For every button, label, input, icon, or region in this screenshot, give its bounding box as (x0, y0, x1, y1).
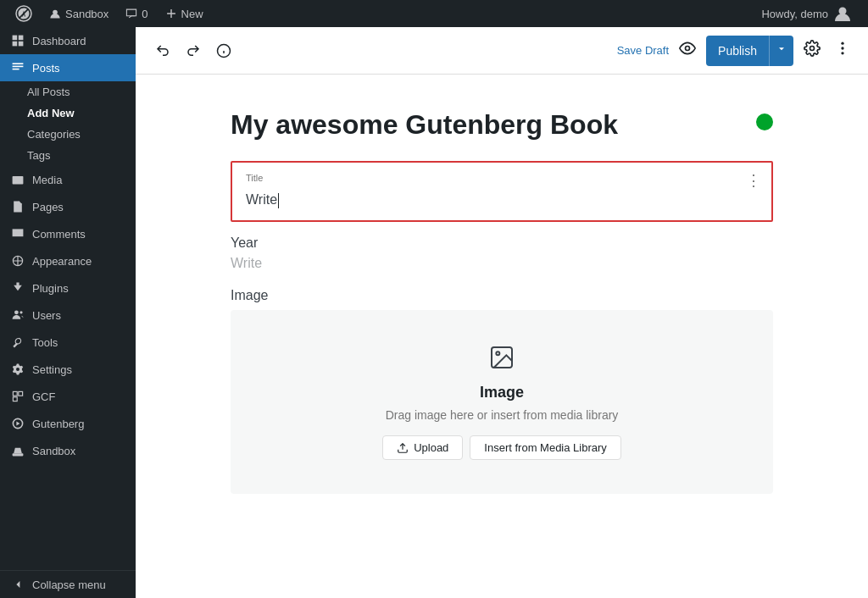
image-icon (248, 344, 756, 377)
svg-point-26 (841, 52, 843, 54)
sidebar-item-settings[interactable]: Settings (0, 356, 136, 383)
svg-rect-9 (13, 69, 19, 70)
image-block: Image Drag image here or insert from med… (231, 310, 773, 494)
year-block: Year Write (231, 235, 773, 271)
year-block-placeholder[interactable]: Write (231, 256, 773, 271)
svg-point-22 (686, 47, 690, 51)
adminbar-site-name[interactable]: Sandbox (41, 0, 117, 27)
info-button[interactable] (210, 37, 237, 64)
adminbar-user[interactable]: Howdy, demo (753, 0, 861, 27)
editor-inner: My awesome Gutenberg Book Title Write ⋮ (231, 108, 773, 511)
adminbar-comments[interactable]: 0 (117, 0, 156, 27)
sidebar-item-add-new[interactable]: Add New (27, 102, 136, 124)
redo-button[interactable] (180, 37, 207, 64)
sidebar-item-sandbox[interactable]: Sandbox (0, 437, 136, 464)
svg-rect-16 (19, 391, 23, 396)
sidebar-item-gutenberg[interactable]: Gutenberg (0, 410, 136, 437)
svg-point-24 (841, 42, 843, 45)
sidebar-item-plugins[interactable]: Plugins (0, 274, 136, 302)
svg-rect-7 (13, 63, 24, 64)
title-block-inner: Title Write (232, 163, 771, 220)
more-options-button[interactable] (831, 36, 854, 64)
sidebar-item-dashboard[interactable]: Dashboard (0, 27, 136, 54)
svg-rect-10 (13, 176, 24, 185)
svg-rect-8 (13, 66, 24, 68)
save-draft-button[interactable]: Save Draft (617, 44, 669, 57)
post-title-area: My awesome Gutenberg Book (231, 108, 773, 141)
editor-content[interactable]: My awesome Gutenberg Book Title Write ⋮ (136, 75, 868, 598)
comments-icon (10, 226, 25, 241)
settings-icon (10, 362, 25, 377)
editor-area: Save Draft Publish (136, 27, 868, 598)
svg-rect-6 (19, 42, 24, 47)
sidebar-item-tags[interactable]: Tags (27, 145, 136, 166)
admin-bar: Sandbox 0 New Howdy, demo (0, 0, 868, 27)
sidebar-item-users[interactable]: Users (0, 302, 136, 329)
sidebar-item-gcf[interactable]: GCF (0, 383, 136, 410)
sidebar-posts-submenu: All Posts Add New Categories Tags (0, 81, 136, 166)
sidebar-item-comments[interactable]: Comments (0, 220, 136, 247)
preview-button[interactable] (676, 36, 699, 64)
svg-point-23 (810, 47, 815, 51)
svg-rect-17 (13, 397, 17, 401)
title-block[interactable]: Title Write ⋮ (231, 161, 773, 222)
title-block-label: Title (246, 173, 758, 183)
svg-rect-15 (13, 391, 17, 396)
post-title: My awesome Gutenberg Book (231, 108, 749, 141)
adminbar-wp-logo[interactable] (7, 0, 41, 27)
upload-button[interactable]: Upload (382, 435, 463, 460)
sidebar-item-media[interactable]: Media (0, 166, 136, 193)
sidebar-item-posts[interactable]: Posts (0, 54, 136, 81)
editor-toolbar: Save Draft Publish (136, 27, 868, 75)
publish-button[interactable]: Publish (706, 36, 769, 66)
svg-rect-3 (13, 36, 18, 41)
plugins-icon (10, 280, 25, 296)
insert-from-media-library-button[interactable]: Insert from Media Library (470, 435, 621, 460)
svg-point-28 (496, 352, 499, 356)
undo-button[interactable] (149, 37, 176, 64)
appearance-icon (10, 253, 25, 269)
sidebar-item-pages[interactable]: Pages (0, 193, 136, 220)
image-block-title: Image (248, 384, 756, 401)
sidebar-item-all-posts[interactable]: All Posts (27, 81, 136, 102)
publish-dropdown-button[interactable] (769, 36, 793, 66)
gcf-icon (10, 389, 25, 404)
svg-point-12 (14, 310, 19, 314)
posts-icon (10, 60, 25, 75)
collapse-icon (10, 577, 25, 592)
editor-settings-button[interactable] (800, 36, 824, 64)
image-block-label: Image (231, 288, 773, 303)
users-icon (10, 307, 25, 323)
sidebar-item-tools[interactable]: Tools (0, 329, 136, 356)
svg-point-13 (19, 311, 22, 313)
svg-point-25 (841, 47, 843, 49)
svg-point-14 (16, 368, 19, 371)
svg-rect-5 (13, 42, 18, 47)
image-block-buttons: Upload Insert from Media Library (248, 435, 756, 460)
adminbar-new[interactable]: New (157, 0, 212, 27)
image-block-wrapper: Image Image Drag image here or insert fr… (231, 288, 773, 494)
image-block-description: Drag image here or insert from media lib… (248, 408, 756, 422)
publish-wrapper: Publish (706, 36, 793, 66)
gutenberg-icon (10, 416, 25, 431)
sidebar: Dashboard Posts All Posts Add New Catego… (0, 27, 136, 598)
dashboard-icon (10, 33, 25, 48)
block-more-options-button[interactable]: ⋮ (743, 169, 765, 191)
svg-rect-18 (13, 453, 24, 456)
year-block-label: Year (231, 235, 773, 251)
tools-icon (10, 335, 25, 350)
block-options: ⋮ (743, 169, 765, 191)
sandbox-icon (10, 443, 25, 458)
text-cursor (277, 192, 279, 208)
pages-icon (10, 199, 25, 214)
media-icon (10, 172, 25, 187)
sidebar-collapse-button[interactable]: Collapse menu (0, 571, 136, 598)
sidebar-item-appearance[interactable]: Appearance (0, 247, 136, 274)
status-dot (756, 114, 773, 130)
svg-rect-4 (19, 36, 24, 41)
title-block-input[interactable]: Write (246, 190, 758, 210)
sidebar-item-categories[interactable]: Categories (27, 124, 136, 145)
